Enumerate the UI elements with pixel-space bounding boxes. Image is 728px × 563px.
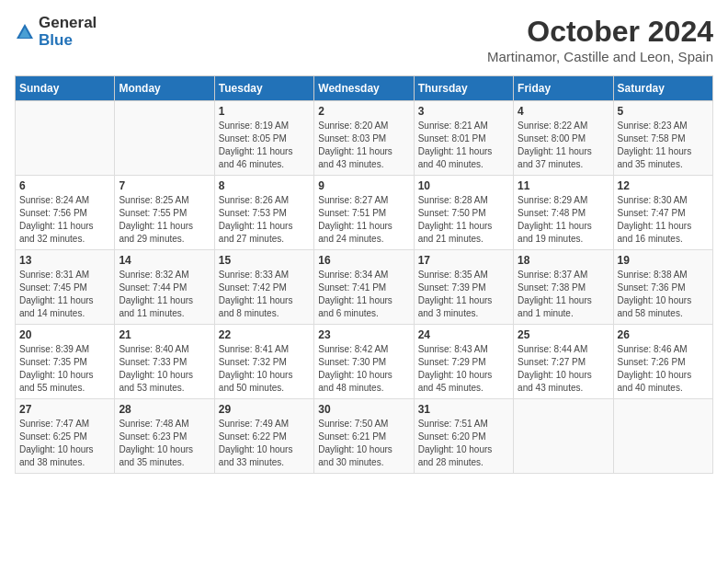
- calendar-cell: [613, 399, 712, 474]
- cell-content: Sunrise: 8:42 AM Sunset: 7:30 PM Dayligh…: [318, 343, 409, 395]
- cell-content: Sunrise: 8:44 AM Sunset: 7:27 PM Dayligh…: [518, 343, 609, 395]
- day-number: 28: [119, 403, 210, 416]
- cell-content: Sunrise: 8:33 AM Sunset: 7:42 PM Dayligh…: [219, 269, 310, 320]
- day-number: 31: [418, 403, 509, 416]
- cell-content: Sunrise: 7:48 AM Sunset: 6:23 PM Dayligh…: [119, 418, 210, 469]
- cell-content: Sunrise: 7:47 AM Sunset: 6:25 PM Dayligh…: [19, 418, 110, 469]
- col-header-wednesday: Wednesday: [314, 76, 414, 101]
- calendar-cell: 15Sunrise: 8:33 AM Sunset: 7:42 PM Dayli…: [214, 250, 313, 325]
- cell-content: Sunrise: 8:34 AM Sunset: 7:41 PM Dayligh…: [318, 269, 409, 320]
- cell-content: Sunrise: 8:38 AM Sunset: 7:36 PM Dayligh…: [618, 269, 709, 320]
- calendar-header-row: SundayMondayTuesdayWednesdayThursdayFrid…: [16, 76, 713, 101]
- col-header-monday: Monday: [115, 76, 214, 101]
- day-number: 24: [418, 328, 509, 341]
- day-number: 15: [219, 254, 310, 267]
- calendar-week-5: 27Sunrise: 7:47 AM Sunset: 6:25 PM Dayli…: [16, 399, 713, 474]
- col-header-saturday: Saturday: [613, 76, 712, 101]
- page-header: General Blue October 2024 Martinamor, Ca…: [15, 15, 713, 64]
- calendar-week-2: 6Sunrise: 8:24 AM Sunset: 7:56 PM Daylig…: [16, 176, 713, 250]
- calendar-cell: 30Sunrise: 7:50 AM Sunset: 6:21 PM Dayli…: [314, 399, 414, 474]
- cell-content: Sunrise: 8:35 AM Sunset: 7:39 PM Dayligh…: [418, 269, 509, 320]
- cell-content: Sunrise: 8:41 AM Sunset: 7:32 PM Dayligh…: [219, 343, 310, 395]
- calendar-cell: 10Sunrise: 8:28 AM Sunset: 7:50 PM Dayli…: [414, 176, 513, 250]
- cell-content: Sunrise: 8:23 AM Sunset: 7:58 PM Dayligh…: [618, 120, 709, 171]
- calendar-cell: 21Sunrise: 8:40 AM Sunset: 7:33 PM Dayli…: [115, 325, 214, 399]
- calendar-cell: 4Sunrise: 8:22 AM Sunset: 8:00 PM Daylig…: [514, 101, 613, 176]
- cell-content: Sunrise: 8:27 AM Sunset: 7:51 PM Dayligh…: [318, 194, 409, 246]
- day-number: 19: [618, 254, 709, 267]
- day-number: 6: [19, 179, 110, 192]
- col-header-thursday: Thursday: [414, 76, 513, 101]
- calendar-cell: [16, 101, 115, 176]
- day-number: 9: [318, 179, 409, 192]
- calendar-cell: 23Sunrise: 8:42 AM Sunset: 7:30 PM Dayli…: [314, 325, 414, 399]
- calendar-cell: 11Sunrise: 8:29 AM Sunset: 7:48 PM Dayli…: [514, 176, 613, 250]
- cell-content: Sunrise: 7:51 AM Sunset: 6:20 PM Dayligh…: [418, 418, 509, 469]
- calendar-cell: 22Sunrise: 8:41 AM Sunset: 7:32 PM Dayli…: [214, 325, 313, 399]
- calendar-week-3: 13Sunrise: 8:31 AM Sunset: 7:45 PM Dayli…: [16, 250, 713, 325]
- calendar-cell: 13Sunrise: 8:31 AM Sunset: 7:45 PM Dayli…: [16, 250, 115, 325]
- title-block: October 2024 Martinamor, Castille and Le…: [487, 15, 713, 64]
- calendar-week-4: 20Sunrise: 8:39 AM Sunset: 7:35 PM Dayli…: [16, 325, 713, 399]
- cell-content: Sunrise: 8:24 AM Sunset: 7:56 PM Dayligh…: [19, 194, 110, 246]
- cell-content: Sunrise: 8:40 AM Sunset: 7:33 PM Dayligh…: [119, 343, 210, 395]
- cell-content: Sunrise: 8:22 AM Sunset: 8:00 PM Dayligh…: [518, 120, 609, 171]
- cell-content: Sunrise: 8:46 AM Sunset: 7:26 PM Dayligh…: [618, 343, 709, 395]
- day-number: 26: [618, 328, 709, 341]
- calendar-cell: [514, 399, 613, 474]
- cell-content: Sunrise: 8:28 AM Sunset: 7:50 PM Dayligh…: [418, 194, 509, 246]
- cell-content: Sunrise: 8:25 AM Sunset: 7:55 PM Dayligh…: [119, 194, 210, 246]
- day-number: 18: [518, 254, 609, 267]
- calendar-cell: 1Sunrise: 8:19 AM Sunset: 8:05 PM Daylig…: [214, 101, 313, 176]
- calendar-cell: 24Sunrise: 8:43 AM Sunset: 7:29 PM Dayli…: [414, 325, 513, 399]
- calendar-cell: 9Sunrise: 8:27 AM Sunset: 7:51 PM Daylig…: [314, 176, 414, 250]
- cell-content: Sunrise: 8:32 AM Sunset: 7:44 PM Dayligh…: [119, 269, 210, 320]
- cell-content: Sunrise: 8:37 AM Sunset: 7:38 PM Dayligh…: [518, 269, 609, 320]
- day-number: 22: [219, 328, 310, 341]
- calendar-cell: 7Sunrise: 8:25 AM Sunset: 7:55 PM Daylig…: [115, 176, 214, 250]
- calendar-cell: 2Sunrise: 8:20 AM Sunset: 8:03 PM Daylig…: [314, 101, 414, 176]
- calendar-cell: 20Sunrise: 8:39 AM Sunset: 7:35 PM Dayli…: [16, 325, 115, 399]
- day-number: 25: [518, 328, 609, 341]
- subtitle: Martinamor, Castille and Leon, Spain: [487, 49, 713, 64]
- calendar-cell: 6Sunrise: 8:24 AM Sunset: 7:56 PM Daylig…: [16, 176, 115, 250]
- logo: General Blue: [15, 15, 97, 49]
- cell-content: Sunrise: 8:30 AM Sunset: 7:47 PM Dayligh…: [618, 194, 709, 246]
- day-number: 5: [618, 105, 709, 118]
- cell-content: Sunrise: 8:21 AM Sunset: 8:01 PM Dayligh…: [418, 120, 509, 171]
- day-number: 10: [418, 179, 509, 192]
- day-number: 23: [318, 328, 409, 341]
- cell-content: Sunrise: 7:49 AM Sunset: 6:22 PM Dayligh…: [219, 418, 310, 469]
- cell-content: Sunrise: 8:20 AM Sunset: 8:03 PM Dayligh…: [318, 120, 409, 171]
- calendar-cell: 8Sunrise: 8:26 AM Sunset: 7:53 PM Daylig…: [214, 176, 313, 250]
- day-number: 3: [418, 105, 509, 118]
- cell-content: Sunrise: 7:50 AM Sunset: 6:21 PM Dayligh…: [318, 418, 409, 469]
- calendar-cell: 5Sunrise: 8:23 AM Sunset: 7:58 PM Daylig…: [613, 101, 712, 176]
- calendar-cell: 14Sunrise: 8:32 AM Sunset: 7:44 PM Dayli…: [115, 250, 214, 325]
- day-number: 1: [219, 105, 310, 118]
- calendar-cell: 28Sunrise: 7:48 AM Sunset: 6:23 PM Dayli…: [115, 399, 214, 474]
- day-number: 30: [318, 403, 409, 416]
- col-header-sunday: Sunday: [16, 76, 115, 101]
- calendar-cell: 12Sunrise: 8:30 AM Sunset: 7:47 PM Dayli…: [613, 176, 712, 250]
- day-number: 29: [219, 403, 310, 416]
- day-number: 2: [318, 105, 409, 118]
- day-number: 12: [618, 179, 709, 192]
- calendar-cell: 17Sunrise: 8:35 AM Sunset: 7:39 PM Dayli…: [414, 250, 513, 325]
- logo-blue: Blue: [39, 32, 97, 50]
- day-number: 11: [518, 179, 609, 192]
- calendar-cell: [115, 101, 214, 176]
- col-header-tuesday: Tuesday: [214, 76, 313, 101]
- day-number: 13: [19, 254, 110, 267]
- col-header-friday: Friday: [514, 76, 613, 101]
- day-number: 27: [19, 403, 110, 416]
- calendar-cell: 25Sunrise: 8:44 AM Sunset: 7:27 PM Dayli…: [514, 325, 613, 399]
- cell-content: Sunrise: 8:26 AM Sunset: 7:53 PM Dayligh…: [219, 194, 310, 246]
- cell-content: Sunrise: 8:29 AM Sunset: 7:48 PM Dayligh…: [518, 194, 609, 246]
- calendar-cell: 31Sunrise: 7:51 AM Sunset: 6:20 PM Dayli…: [414, 399, 513, 474]
- cell-content: Sunrise: 8:19 AM Sunset: 8:05 PM Dayligh…: [219, 120, 310, 171]
- logo-icon: [15, 22, 35, 42]
- day-number: 20: [19, 328, 110, 341]
- day-number: 16: [318, 254, 409, 267]
- calendar-week-1: 1Sunrise: 8:19 AM Sunset: 8:05 PM Daylig…: [16, 101, 713, 176]
